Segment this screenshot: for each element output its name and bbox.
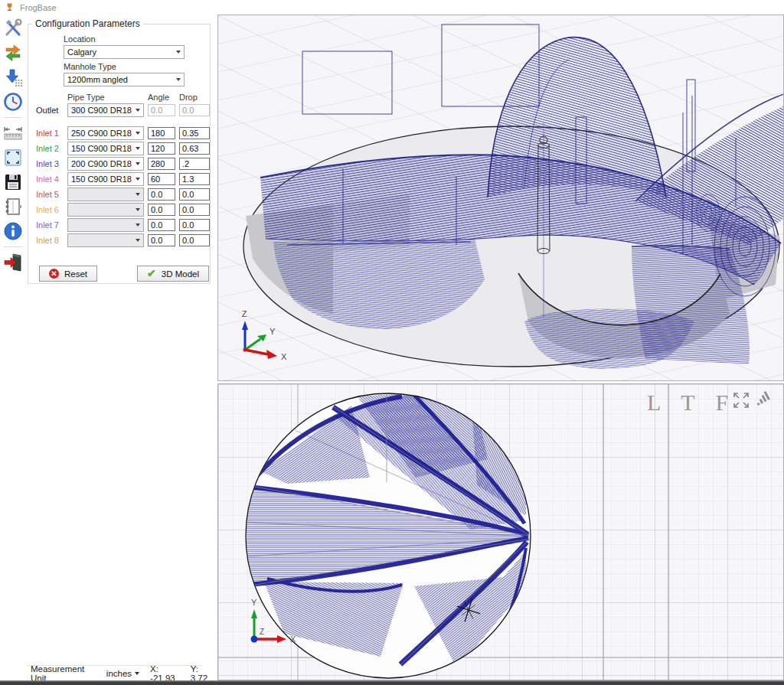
inlet-3-label: Inlet 3 — [31, 159, 64, 168]
chevron-down-icon — [135, 672, 139, 675]
fit-view-icon[interactable] — [2, 147, 24, 168]
inlet-2-label: Inlet 2 — [31, 144, 64, 153]
outlet-label: Outlet — [31, 106, 64, 115]
configuration-parameters-group: Configuration Parameters Location Calgar… — [28, 18, 211, 284]
status-divider — [27, 665, 201, 666]
inlet-row-6: Inlet 6 — [31, 203, 210, 217]
inlet-8-pipe-select[interactable] — [67, 233, 144, 247]
inlet-3-angle-input[interactable] — [148, 158, 175, 170]
manhole-type-label: Manhole Type — [64, 62, 210, 71]
inlet-6-label: Inlet 6 — [31, 205, 64, 214]
inlet-row-2: Inlet 2 150 C900 DR18 — [31, 142, 210, 155]
inlet-5-pipe-select[interactable] — [67, 188, 144, 201]
chevron-down-icon — [136, 132, 140, 135]
inlet-8-angle-input[interactable] — [148, 234, 175, 246]
window-title: FrogBase — [20, 3, 57, 12]
axis-x-label: X — [290, 634, 296, 644]
app-icon — [5, 2, 15, 12]
unit-select[interactable]: inches — [106, 669, 139, 678]
title-bar: FrogBase — [0, 0, 784, 15]
location-label: Location — [64, 34, 210, 44]
inlet-5-angle-input[interactable] — [148, 188, 175, 201]
clock-icon[interactable] — [2, 91, 24, 113]
location-value: Calgary — [67, 47, 96, 57]
inlet-3-drop-input[interactable] — [179, 158, 210, 170]
notebook-icon[interactable] — [2, 196, 24, 217]
pipe-type-header: Pipe Type — [67, 93, 144, 102]
cancel-circle-icon: ✕ — [49, 269, 59, 279]
toolstrip-separator — [4, 246, 22, 247]
info-icon[interactable] — [2, 220, 24, 242]
inlet-7-label: Inlet 7 — [31, 220, 64, 230]
inlet-8-drop-input[interactable] — [179, 234, 210, 246]
inlet-4-drop-input[interactable] — [179, 173, 210, 185]
inlet-8-label: Inlet 8 — [31, 236, 64, 245]
inlet-7-pipe-select[interactable] — [67, 218, 144, 232]
group-title: Configuration Parameters — [32, 18, 143, 29]
outlet-pipe-value: 300 C900 DR18 — [71, 106, 132, 115]
chevron-down-icon — [136, 109, 140, 112]
status-bar: Measurement Unit inches X: -21.93 Y: 3.7… — [0, 667, 217, 680]
axis-x-label: X — [281, 352, 287, 361]
inlet-1-pipe-value: 250 C900 DR18 — [71, 129, 132, 138]
inlet-2-drop-input[interactable] — [179, 142, 210, 155]
sync-icon[interactable] — [2, 42, 24, 64]
viewport-plan[interactable]: L T F — [217, 383, 784, 680]
location-select[interactable]: Calgary — [64, 45, 185, 59]
inlet-4-pipe-value: 150 C900 DR18 — [71, 175, 132, 184]
inlet-3-pipe-value: 200 C900 DR18 — [71, 159, 132, 168]
measure-icon[interactable] — [2, 122, 24, 144]
chevron-down-icon — [136, 239, 140, 242]
tools-icon[interactable] — [2, 18, 24, 39]
watermark-text: L T F — [647, 390, 736, 415]
frogbase-window: FrogBase — [0, 0, 784, 685]
inlet-row-1: Inlet 1 250 C900 DR18 — [31, 126, 210, 140]
chevron-down-icon — [136, 208, 140, 211]
inlet-1-drop-input[interactable] — [179, 127, 210, 139]
axis-y-label: Y — [251, 598, 257, 607]
pipe-table-header: Pipe Type Angle Drop — [31, 93, 210, 102]
3d-model-button-label: 3D Model — [162, 269, 199, 279]
outlet-pipe-select[interactable]: 300 C900 DR18 — [67, 103, 144, 117]
inlet-row-3: Inlet 3 200 C900 DR18 — [31, 157, 210, 171]
inlet-3-pipe-select[interactable]: 200 C900 DR18 — [67, 157, 144, 171]
inlet-6-pipe-select[interactable] — [67, 203, 144, 217]
inlet-5-drop-input[interactable] — [179, 188, 210, 201]
chevron-down-icon — [136, 193, 140, 196]
inlet-7-angle-input[interactable] — [148, 219, 175, 231]
inlet-1-pipe-select[interactable]: 250 C900 DR18 — [67, 126, 144, 140]
chevron-down-icon — [176, 51, 181, 54]
axis-z-label: Z — [260, 628, 264, 636]
inlet-1-label: Inlet 1 — [31, 129, 64, 138]
window-bottom-edge — [0, 680, 784, 685]
toolstrip-separator — [4, 117, 22, 118]
reset-button[interactable]: ✕ Reset — [39, 266, 97, 282]
inlet-2-angle-input[interactable] — [148, 142, 175, 155]
chevron-down-icon — [176, 78, 181, 81]
save-icon[interactable] — [2, 171, 24, 193]
manhole-type-select[interactable]: 1200mm angled — [64, 73, 185, 86]
viewport-3d[interactable]: Z Y X — [217, 15, 784, 381]
inlet-row-4: Inlet 4 150 C900 DR18 — [31, 172, 210, 186]
outlet-angle-input[interactable] — [148, 104, 175, 116]
inlet-1-angle-input[interactable] — [148, 127, 175, 139]
axis-y-label: Y — [270, 327, 276, 336]
inlet-6-angle-input[interactable] — [148, 204, 175, 216]
import-icon[interactable] — [2, 67, 24, 88]
inlet-4-pipe-select[interactable]: 150 C900 DR18 — [67, 172, 144, 186]
inlet-7-drop-input[interactable] — [179, 219, 210, 231]
axis-z-label: Z — [242, 309, 247, 318]
inlet-6-drop-input[interactable] — [179, 204, 210, 216]
inlet-2-pipe-select[interactable]: 150 C900 DR18 — [67, 142, 144, 155]
button-row: ✕ Reset ✔ 3D Model — [39, 266, 210, 282]
checkmark-icon: ✔ — [147, 269, 156, 279]
chevron-down-icon — [136, 147, 140, 150]
inlet-row-8: Inlet 8 — [31, 233, 210, 247]
chevron-down-icon — [136, 178, 140, 181]
inlet-row-7: Inlet 7 — [31, 218, 210, 232]
manhole-type-value: 1200mm angled — [67, 75, 128, 84]
exit-icon[interactable] — [2, 252, 24, 273]
inlet-4-angle-input[interactable] — [148, 173, 175, 185]
3d-model-button[interactable]: ✔ 3D Model — [137, 266, 209, 282]
outlet-drop-input[interactable] — [179, 104, 210, 116]
